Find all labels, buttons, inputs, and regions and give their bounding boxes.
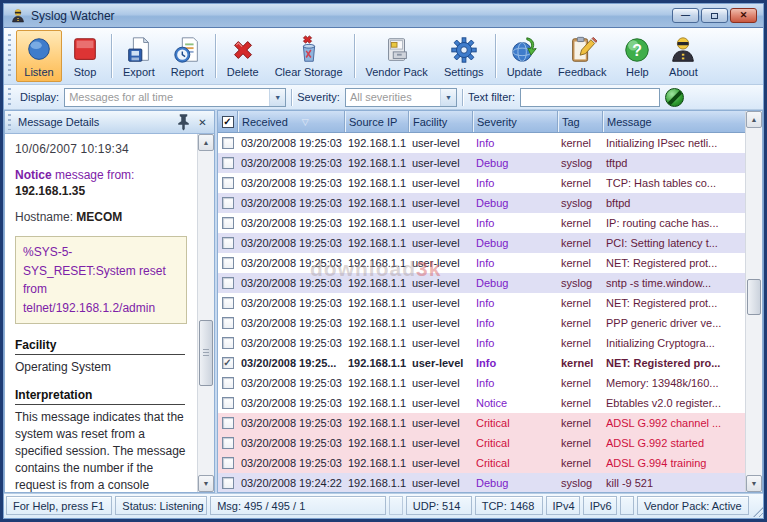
row-checkbox[interactable] — [222, 377, 234, 389]
update-icon — [509, 35, 539, 65]
toolbar-button[interactable]: ? Help — [614, 30, 660, 82]
display-combobox-value: Messages for all time — [65, 91, 269, 103]
cell-source-ip: 192.168.1.1 — [344, 477, 408, 489]
table-body: 03/20/2008 19:25:03 192.168.1.1 user-lev… — [218, 133, 745, 492]
row-checkbox[interactable] — [222, 337, 234, 349]
toolbar-button[interactable]: Update — [499, 30, 550, 82]
cell-facility: user-level — [408, 197, 472, 209]
toolbar-button[interactable]: Settings — [436, 30, 492, 82]
scrollbar-thumb[interactable] — [199, 320, 213, 386]
column-header-tag[interactable]: Tag — [557, 111, 602, 132]
row-checkbox[interactable] — [222, 157, 234, 169]
cell-severity: Info — [472, 297, 557, 309]
column-label: Message — [607, 116, 652, 128]
table-row[interactable]: 03/20/2008 19:25:03 192.168.1.1 user-lev… — [218, 393, 745, 413]
scroll-down-icon[interactable]: ▼ — [198, 475, 214, 492]
display-combobox[interactable]: Messages for all time ▼ — [64, 88, 286, 107]
table-scrollbar[interactable]: ▲ ▼ — [745, 111, 762, 492]
select-all-header[interactable] — [218, 111, 237, 132]
row-checkbox[interactable] — [222, 317, 234, 329]
table-row[interactable]: 03/20/2008 19:25:03 192.168.1.1 user-lev… — [218, 253, 745, 273]
row-checkbox[interactable] — [222, 257, 234, 269]
filterbar-grip[interactable] — [8, 88, 13, 106]
panel-grip[interactable] — [8, 114, 13, 130]
table-row[interactable]: 03/20/2008 19:25:03 192.168.1.1 user-lev… — [218, 453, 745, 473]
select-all-checkbox[interactable] — [222, 116, 234, 128]
statusbar: For Help, press F1Status: ListeningMsg: … — [4, 493, 763, 518]
row-checkbox[interactable] — [222, 177, 234, 189]
toolbar-button[interactable]: Feedback — [550, 30, 614, 82]
chevron-down-icon[interactable]: ▼ — [440, 89, 456, 106]
column-header-message[interactable]: Message — [602, 111, 745, 132]
minimize-button[interactable]: — — [672, 8, 699, 23]
maximize-button[interactable] — [701, 8, 728, 23]
close-button[interactable]: ✕ — [730, 8, 757, 23]
scrollbar-thumb[interactable] — [747, 279, 761, 315]
toolbar-button[interactable]: About — [660, 30, 706, 82]
apply-filter-button[interactable] — [665, 88, 684, 107]
cell-message: kill -9 521 — [602, 477, 745, 489]
row-checkbox[interactable] — [222, 417, 234, 429]
close-panel-icon[interactable]: ✕ — [195, 115, 210, 130]
cell-tag: kernel — [557, 457, 602, 469]
cell-tag: kernel — [557, 217, 602, 229]
row-checkbox[interactable] — [222, 137, 234, 149]
table-row[interactable]: 03/20/2008 19:25:03 192.168.1.1 user-lev… — [218, 173, 745, 193]
cell-source-ip: 192.168.1.1 — [344, 217, 408, 229]
table-row[interactable]: 03/20/2008 19:25:03 192.168.1.1 user-lev… — [218, 153, 745, 173]
details-scrollbar[interactable]: ▲ ▼ — [197, 134, 214, 492]
table-row[interactable]: 03/20/2008 19:25... 192.168.1.1 user-lev… — [218, 353, 745, 373]
column-header-severity[interactable]: Severity — [472, 111, 557, 132]
scroll-up-icon[interactable]: ▲ — [198, 134, 214, 151]
toolbar-button[interactable]: Vendor Pack — [358, 30, 436, 82]
column-header-received[interactable]: Received▽ — [237, 111, 344, 132]
table-row[interactable]: 03/20/2008 19:25:03 192.168.1.1 user-lev… — [218, 193, 745, 213]
toolbar-button[interactable]: Listen — [16, 30, 62, 82]
toolbar-button[interactable]: Stop — [62, 30, 108, 82]
cell-tag: kernel — [557, 317, 602, 329]
row-checkbox[interactable] — [222, 197, 234, 209]
table-row[interactable]: 03/20/2008 19:25:03 192.168.1.1 user-lev… — [218, 273, 745, 293]
row-checkbox[interactable] — [222, 237, 234, 249]
toolbar-button[interactable]: Clear Storage — [267, 30, 351, 82]
cell-facility: user-level — [408, 417, 472, 429]
toolbar-grip[interactable] — [8, 34, 13, 78]
chevron-down-icon[interactable]: ▼ — [269, 89, 285, 106]
row-checkbox[interactable] — [222, 297, 234, 309]
cell-severity: Info — [472, 357, 557, 369]
cell-message: NET: Registered prot... — [602, 297, 745, 309]
row-checkbox[interactable] — [222, 437, 234, 449]
row-checkbox[interactable] — [222, 277, 234, 289]
table-row[interactable]: 03/20/2008 19:24:22 192.168.1.1 user-lev… — [218, 473, 745, 492]
toolbar-button[interactable]: Report — [163, 30, 212, 82]
cell-message: sntp -s time.window... — [602, 277, 745, 289]
table-row[interactable]: 03/20/2008 19:25:03 192.168.1.1 user-lev… — [218, 333, 745, 353]
feedback-icon — [567, 35, 597, 65]
table-row[interactable]: 03/20/2008 19:25:03 192.168.1.1 user-lev… — [218, 433, 745, 453]
scroll-down-icon[interactable]: ▼ — [746, 475, 762, 492]
toolbar-button-label: Export — [123, 66, 155, 78]
row-checkbox[interactable] — [222, 457, 234, 469]
cell-facility: user-level — [408, 277, 472, 289]
sort-desc-icon: ▽ — [302, 117, 309, 127]
toolbar-button[interactable]: Export — [115, 30, 163, 82]
cell-received: 03/20/2008 19:25:03 — [237, 417, 344, 429]
text-filter-input[interactable] — [520, 88, 660, 107]
scroll-up-icon[interactable]: ▲ — [746, 111, 762, 128]
table-row[interactable]: 03/20/2008 19:25:03 192.168.1.1 user-lev… — [218, 213, 745, 233]
column-header-source-ip[interactable]: Source IP — [344, 111, 408, 132]
table-row[interactable]: 03/20/2008 19:25:03 192.168.1.1 user-lev… — [218, 293, 745, 313]
row-checkbox[interactable] — [222, 357, 234, 369]
row-checkbox[interactable] — [222, 397, 234, 409]
table-row[interactable]: 03/20/2008 19:25:03 192.168.1.1 user-lev… — [218, 413, 745, 433]
table-row[interactable]: 03/20/2008 19:25:03 192.168.1.1 user-lev… — [218, 373, 745, 393]
severity-combobox[interactable]: All severities ▼ — [345, 88, 457, 107]
table-row[interactable]: 03/20/2008 19:25:03 192.168.1.1 user-lev… — [218, 133, 745, 153]
table-row[interactable]: 03/20/2008 19:25:03 192.168.1.1 user-lev… — [218, 233, 745, 253]
column-header-facility[interactable]: Facility — [408, 111, 472, 132]
row-checkbox[interactable] — [222, 217, 234, 229]
row-checkbox[interactable] — [222, 477, 234, 489]
table-row[interactable]: 03/20/2008 19:25:03 192.168.1.1 user-lev… — [218, 313, 745, 333]
pin-icon[interactable] — [176, 115, 191, 130]
toolbar-button[interactable]: Delete — [219, 30, 267, 82]
